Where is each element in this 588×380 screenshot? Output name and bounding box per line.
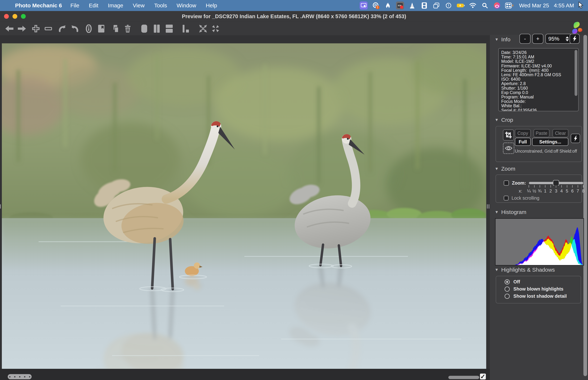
panel-divider-handle[interactable] bbox=[487, 204, 489, 209]
info-section-header[interactable]: ▼ Info bbox=[495, 36, 510, 43]
back-arrow-icon[interactable] bbox=[5, 24, 14, 33]
color-wheel-app-icon[interactable] bbox=[493, 1, 501, 10]
crop-clear-button[interactable]: Clear bbox=[552, 129, 568, 137]
collapse-triangle-icon[interactable]: ▼ bbox=[495, 166, 499, 171]
histogram-section-header[interactable]: ▼ Histogram bbox=[495, 209, 526, 215]
control-switches-icon[interactable] bbox=[505, 1, 513, 10]
zoom-in-icon[interactable] bbox=[31, 24, 40, 33]
copy-icon[interactable] bbox=[111, 24, 120, 33]
zoom-checkbox[interactable] bbox=[504, 180, 509, 186]
redo-icon[interactable] bbox=[70, 24, 79, 33]
histogram-box bbox=[495, 218, 584, 266]
contract-arrows-icon[interactable] bbox=[198, 24, 208, 33]
highlights-shadows-section-header[interactable]: ▼ Highlights & Shadows bbox=[495, 267, 555, 273]
menu-file[interactable]: File bbox=[70, 2, 79, 9]
preview-checkbox[interactable]: ✓ bbox=[480, 374, 486, 380]
window-title: Preview for _DSC9270 Indian Lake Estates… bbox=[0, 11, 588, 22]
exif-field: Program: Manual bbox=[501, 95, 576, 99]
rgb-histogram-chart bbox=[496, 219, 583, 265]
flame-icon[interactable] bbox=[384, 1, 392, 10]
preview-photo[interactable] bbox=[2, 43, 486, 369]
split-vertical-view-icon[interactable] bbox=[152, 24, 161, 33]
collapse-triangle-icon[interactable]: ▼ bbox=[495, 117, 499, 122]
menu-window[interactable]: Window bbox=[176, 2, 196, 9]
wifi-icon[interactable] bbox=[469, 1, 477, 10]
mouse-cursor-icon bbox=[578, 1, 584, 10]
crop-preview-eye-button[interactable] bbox=[503, 143, 514, 154]
creative-cloud-icon[interactable]: ! bbox=[372, 1, 380, 10]
zoom-section-header[interactable]: ▼ Zoom bbox=[495, 166, 515, 172]
zoom-out-icon[interactable] bbox=[44, 24, 53, 33]
thumbnail-drawer-grip[interactable] bbox=[8, 374, 32, 379]
lock-scrolling-checkbox[interactable] bbox=[504, 196, 509, 201]
zoom-slider-thumb[interactable] bbox=[553, 180, 559, 186]
expand-arrows-icon[interactable] bbox=[211, 24, 220, 33]
hs-option-off[interactable]: Off bbox=[505, 279, 520, 285]
crop-full-button[interactable]: Full bbox=[515, 138, 531, 146]
hs-option-label: Show lost shadow detail bbox=[513, 293, 567, 299]
undo-icon[interactable] bbox=[58, 24, 67, 33]
radio-icon[interactable] bbox=[505, 286, 510, 292]
exif-info-box[interactable]: Date: 3/24/26Time: 7:15:01 AMModel: ILCE… bbox=[498, 48, 579, 111]
crop-tool-button[interactable] bbox=[503, 130, 514, 140]
crop-copy-button[interactable]: Copy bbox=[515, 129, 531, 137]
screen-mirroring-icon[interactable] bbox=[360, 1, 368, 10]
exif-field: Exp Comp 0.0 bbox=[501, 90, 576, 95]
window-titlebar[interactable]: Preview for _DSC9270 Indian Lake Estates… bbox=[0, 11, 588, 22]
crop-section-header[interactable]: ▼ Crop bbox=[495, 117, 513, 123]
spotlight-search-icon[interactable] bbox=[481, 1, 489, 10]
menu-image[interactable]: Image bbox=[108, 2, 123, 9]
menubar-status-area: ! IEM ! Wed bbox=[360, 0, 584, 11]
preview-zoom-in-button[interactable]: + bbox=[532, 34, 543, 44]
vlc-cone-icon[interactable] bbox=[408, 1, 416, 10]
preview-zoom-out-button[interactable]: - bbox=[519, 34, 530, 44]
preview-zoom-value: 95% bbox=[548, 36, 559, 42]
collapse-triangle-icon[interactable]: ▼ bbox=[495, 210, 499, 214]
crop-flash-button[interactable] bbox=[571, 134, 580, 143]
image-tag-icon[interactable] bbox=[97, 24, 106, 33]
menu-edit[interactable]: Edit bbox=[89, 2, 98, 9]
horizontal-scrollbar-thumb[interactable] bbox=[448, 376, 479, 379]
exif-field: ISO: 6400 bbox=[501, 77, 576, 81]
zoom-tick-label: 1 bbox=[544, 189, 546, 194]
info-icon[interactable] bbox=[84, 24, 93, 33]
crop-settings-button[interactable]: Settings... bbox=[532, 138, 568, 146]
time-machine-icon[interactable]: ! bbox=[445, 1, 452, 10]
info-flash-button[interactable] bbox=[570, 34, 580, 44]
preview-bottom-bar: ✓ bbox=[0, 369, 490, 380]
hs-option-show-blown-highlights[interactable]: Show blown highlights bbox=[505, 286, 563, 292]
clock-date: Wed Mar 25 bbox=[519, 2, 549, 9]
zoom-slider[interactable]: x: ¼½¾12345678 bbox=[529, 180, 583, 186]
menubar-menus: FileEditImageViewToolsWindowHelp bbox=[70, 2, 217, 9]
forward-arrow-icon[interactable] bbox=[17, 24, 26, 33]
menubar-clock[interactable]: Wed Mar 25 4:55 AM bbox=[519, 2, 574, 9]
windows-copy-icon[interactable] bbox=[432, 1, 440, 10]
app-menu-title[interactable]: Photo Mechanic 6 bbox=[15, 2, 62, 9]
sort-chart-icon[interactable] bbox=[181, 24, 190, 33]
macos-menubar: Photo Mechanic 6 FileEditImageViewToolsW… bbox=[0, 0, 588, 11]
info-scrollbar-thumb[interactable] bbox=[575, 50, 577, 96]
panel-scrollbar-thumb[interactable] bbox=[583, 35, 587, 376]
split-horizontal-view-icon[interactable] bbox=[165, 24, 174, 33]
trash-icon[interactable] bbox=[123, 24, 132, 33]
exif-field: Focus Mode: bbox=[501, 99, 576, 104]
zoom-tick-label: ¼ bbox=[527, 189, 531, 194]
menu-tools[interactable]: Tools bbox=[154, 2, 167, 9]
collapse-triangle-icon[interactable]: ▼ bbox=[495, 37, 499, 42]
menu-view[interactable]: View bbox=[133, 2, 144, 9]
exif-field: Shutter: 1/160 bbox=[501, 86, 576, 90]
collapse-triangle-icon[interactable]: ▼ bbox=[495, 267, 499, 272]
radio-selected-icon[interactable] bbox=[505, 279, 510, 285]
single-pane-view-icon[interactable] bbox=[140, 24, 149, 33]
stepper-arrows-icon[interactable] bbox=[566, 36, 569, 41]
crop-paste-button[interactable]: Paste bbox=[534, 129, 549, 137]
battery-icon[interactable] bbox=[457, 1, 465, 10]
menu-help[interactable]: Help bbox=[206, 2, 217, 9]
left-edge-handle[interactable] bbox=[0, 204, 1, 209]
film-strip-icon[interactable] bbox=[420, 1, 428, 10]
preview-zoom-stepper[interactable]: 95% bbox=[545, 34, 572, 44]
radio-icon[interactable] bbox=[505, 294, 510, 299]
hs-option-show-lost-shadow-detail[interactable]: Show lost shadow detail bbox=[505, 293, 567, 299]
media-app-icon[interactable]: IEM bbox=[396, 1, 404, 10]
exif-field: Lens: FE 400mm F2.8 GM OSS bbox=[501, 73, 576, 77]
